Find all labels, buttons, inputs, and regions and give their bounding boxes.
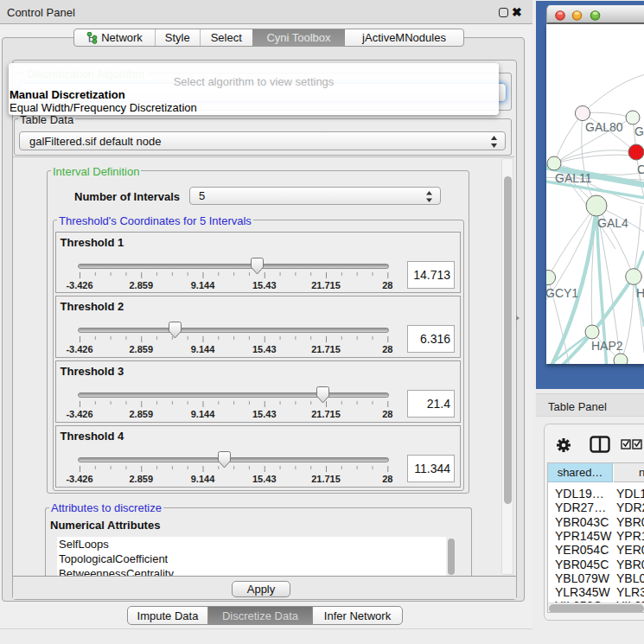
svg-text:H: H	[636, 286, 644, 300]
svg-text:GAL11: GAL11	[555, 171, 592, 185]
svg-text:HAP2: HAP2	[591, 339, 623, 353]
svg-text:GA: GA	[634, 124, 644, 138]
svg-text:GCY1: GCY1	[546, 286, 578, 300]
svg-text:GAL4: GAL4	[597, 216, 628, 230]
svg-text:C: C	[637, 163, 644, 176]
svg-text:GAL80: GAL80	[585, 120, 623, 134]
